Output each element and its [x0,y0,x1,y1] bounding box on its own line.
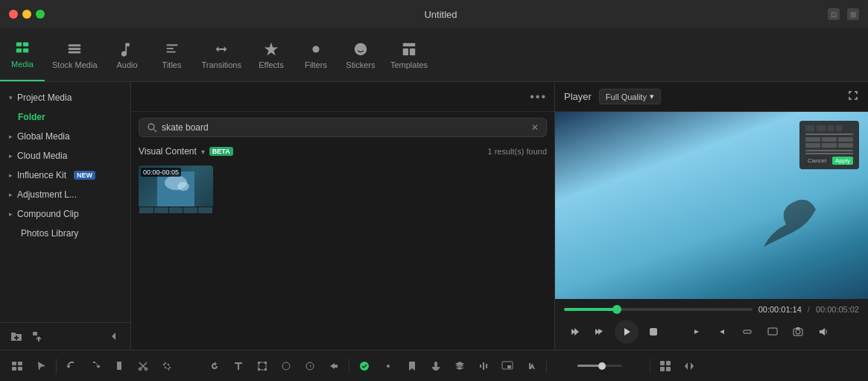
collapse-icon[interactable] [107,329,121,344]
left-sidebar: ▾ Project Media Folder ▸ Global Media ▸ … [0,82,130,350]
sidebar-item-influence-kit[interactable]: ▸ Influence Kit NEW [0,166,130,185]
bt-transform-icon[interactable] [251,355,273,377]
titlebar-icon-2[interactable]: ⊞ [847,8,859,20]
nav-item-effects[interactable]: Effects [249,28,294,81]
add-folder-icon[interactable] [9,329,24,344]
rewind-button[interactable] [564,321,585,342]
bt-time-icon[interactable] [299,355,321,377]
bt-zoom-out-icon[interactable] [551,355,573,377]
search-input[interactable] [162,122,527,133]
stop-button[interactable] [643,321,664,342]
sidebar-item-compound-clip[interactable]: ▸ Compound Clip [0,204,130,224]
bt-text-icon[interactable] [227,355,250,377]
sidebar-item-photos-library[interactable]: Photos Library [0,224,130,243]
player-controls: 00:00:01:14 / 00:00:05:02 [555,299,868,350]
snapshot-button[interactable] [788,321,808,342]
sidebar-item-cloud-media[interactable]: ▸ Cloud Media [0,146,130,166]
play-button[interactable] [615,320,639,344]
import-icon[interactable] [30,329,45,344]
fullscreen-button[interactable] [36,10,45,19]
bt-layers-icon[interactable] [449,355,471,377]
nav-item-audio[interactable]: Audio [105,28,150,81]
step-back-button[interactable] [589,321,610,342]
bt-crop-icon[interactable] [156,355,178,377]
nav-item-transitions[interactable]: Transitions [194,28,249,81]
zoom-thumb[interactable] [598,362,606,370]
search-clear-icon[interactable]: ✕ [531,122,539,133]
separator-1 [56,359,57,374]
content-grid: 00:00-00:05 [131,163,554,350]
mark-in-button[interactable] [686,321,707,342]
bt-rotate-icon[interactable] [203,355,226,377]
bt-mask-icon[interactable] [275,355,297,377]
titlebar-icon-1[interactable]: ⊡ [828,8,840,20]
bt-audio-icon[interactable] [180,355,202,377]
bt-settings-icon[interactable] [377,355,399,377]
sidebar-label-folder: Folder [18,112,45,122]
strip-cell-4 [183,207,197,213]
bt-bookmark-icon[interactable] [401,355,423,377]
bt-cursor-icon[interactable] [30,355,52,377]
zoom-slider[interactable] [577,365,622,367]
progress-row: 00:00:01:14 / 00:00:05:02 [564,305,859,314]
traffic-lights [9,10,45,19]
mark-out-button[interactable] [712,321,732,342]
nav-item-stock-media[interactable]: Stock Media [45,28,105,81]
zoom-fit-button[interactable] [838,321,859,342]
bt-more-icon[interactable] [323,355,345,377]
arrow-icon-6: ▸ [9,210,13,218]
bt-cut-icon[interactable] [132,355,154,377]
bt-pip-icon[interactable] [496,355,519,377]
svg-rect-2 [16,48,22,53]
bt-mic-icon[interactable] [425,355,447,377]
bt-ai-icon[interactable] [520,355,542,377]
oc-3 [838,137,853,142]
overlay-cancel[interactable]: Cancel [805,157,829,165]
clip-button[interactable] [737,321,758,342]
expand-icon[interactable] [847,89,859,104]
close-button[interactable] [9,10,18,19]
bt-active-icon[interactable] [353,355,376,377]
svg-rect-11 [403,42,416,46]
svg-rect-45 [660,367,665,371]
sidebar-item-project-media[interactable]: ▾ Project Media [0,88,130,107]
visual-content-filter[interactable]: Visual Content ▾ BETA [139,146,233,157]
nav-label-audio: Audio [116,60,137,69]
video-thumbnail[interactable]: 00:00-00:05 [139,166,213,214]
svg-rect-12 [403,48,408,55]
svg-rect-34 [258,368,260,371]
nav-item-stickers[interactable]: Stickers [338,28,383,81]
more-options-button[interactable]: ••• [530,90,547,104]
quality-select[interactable]: Full Quality ▾ [599,89,661,104]
overlay-apply[interactable]: Apply [832,157,853,165]
nav-item-filters[interactable]: Filters [294,28,338,81]
progress-fill [564,308,617,311]
svg-point-36 [282,362,290,370]
sidebar-item-global-media[interactable]: ▸ Global Media [0,127,130,146]
bt-split-icon[interactable] [6,355,28,377]
sidebar-item-folder[interactable]: Folder [0,107,130,127]
minimize-button[interactable] [22,10,31,19]
titlebar-icons: ⊡ ⊞ [828,8,859,20]
bt-zoom-in-icon[interactable] [624,355,646,377]
bt-expand-icon[interactable] [678,355,700,377]
nav-item-media[interactable]: Media [0,28,45,81]
strip-cell-5 [198,207,212,213]
nav-label-templates: Templates [390,60,428,69]
strip-cell-3 [169,207,183,213]
progress-bar[interactable] [564,308,753,311]
bt-equalizer-icon[interactable] [472,355,495,377]
bt-delete-icon[interactable] [108,355,130,377]
nav-label-effects: Effects [259,60,283,69]
nav-item-titles[interactable]: Titles [150,28,194,81]
volume-button[interactable] [813,321,834,342]
screen-button[interactable] [762,321,783,342]
progress-thumb[interactable] [612,305,621,314]
bt-redo-icon[interactable] [84,355,107,377]
bt-undo-icon[interactable] [60,355,83,377]
sidebar-item-adjustment[interactable]: ▸ Adjustment L... [0,185,130,204]
beta-badge: BETA [209,147,233,156]
arrow-icon-5: ▸ [9,191,13,198]
bt-grid-view-icon[interactable] [654,355,677,377]
nav-item-templates[interactable]: Templates [383,28,435,81]
